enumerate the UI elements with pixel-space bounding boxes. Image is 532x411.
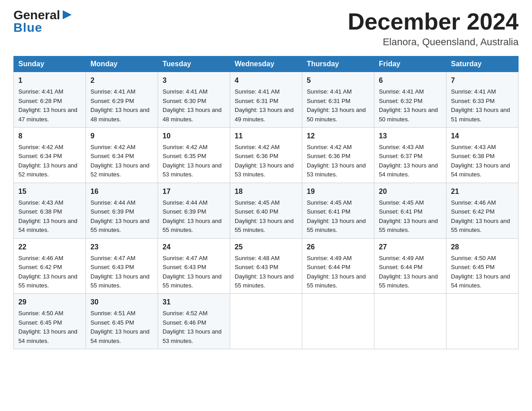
calendar-cell: 31 Sunrise: 4:52 AMSunset: 6:46 PMDaylig… [158, 294, 230, 349]
day-info: Sunrise: 4:43 AMSunset: 6:38 PMDaylight:… [451, 144, 510, 178]
calendar-cell [302, 294, 374, 349]
day-number: 25 [235, 242, 297, 253]
day-info: Sunrise: 4:47 AMSunset: 6:43 PMDaylight:… [163, 255, 222, 289]
week-row-3: 15 Sunrise: 4:43 AMSunset: 6:38 PMDaylig… [14, 183, 519, 238]
calendar-cell: 25 Sunrise: 4:48 AMSunset: 6:43 PMDaylig… [230, 238, 302, 294]
day-info: Sunrise: 4:46 AMSunset: 6:42 PMDaylight:… [18, 255, 77, 289]
day-number: 18 [235, 186, 297, 197]
calendar-cell [230, 294, 302, 349]
day-info: Sunrise: 4:46 AMSunset: 6:42 PMDaylight:… [451, 199, 510, 233]
day-info: Sunrise: 4:50 AMSunset: 6:45 PMDaylight:… [18, 310, 77, 344]
calendar-cell: 6 Sunrise: 4:41 AMSunset: 6:32 PMDayligh… [374, 72, 446, 128]
day-info: Sunrise: 4:44 AMSunset: 6:39 PMDaylight:… [90, 199, 150, 233]
logo-blue: Blue [13, 21, 43, 35]
calendar-cell: 2 Sunrise: 4:41 AMSunset: 6:29 PMDayligh… [86, 72, 158, 128]
day-number: 12 [307, 131, 369, 141]
day-info: Sunrise: 4:43 AMSunset: 6:37 PMDaylight:… [379, 144, 438, 178]
month-title: December 2024 [348, 9, 519, 34]
day-number: 24 [163, 242, 225, 253]
col-header-thursday: Thursday [302, 56, 374, 72]
calendar-cell: 5 Sunrise: 4:41 AMSunset: 6:31 PMDayligh… [302, 72, 374, 128]
svg-marker-0 [63, 10, 72, 19]
day-number: 20 [379, 186, 442, 197]
col-header-saturday: Saturday [446, 56, 519, 72]
week-row-2: 8 Sunrise: 4:42 AMSunset: 6:34 PMDayligh… [14, 128, 519, 183]
day-info: Sunrise: 4:49 AMSunset: 6:44 PMDaylight:… [307, 255, 366, 289]
day-info: Sunrise: 4:41 AMSunset: 6:30 PMDaylight:… [163, 88, 222, 122]
day-info: Sunrise: 4:45 AMSunset: 6:41 PMDaylight:… [307, 199, 366, 233]
day-number: 4 [235, 75, 297, 86]
day-number: 10 [163, 131, 225, 141]
calendar-cell: 21 Sunrise: 4:46 AMSunset: 6:42 PMDaylig… [446, 183, 519, 238]
day-info: Sunrise: 4:41 AMSunset: 6:28 PMDaylight:… [18, 88, 77, 122]
calendar-cell: 16 Sunrise: 4:44 AMSunset: 6:39 PMDaylig… [86, 183, 158, 238]
calendar-cell: 27 Sunrise: 4:49 AMSunset: 6:44 PMDaylig… [374, 238, 446, 294]
day-info: Sunrise: 4:42 AMSunset: 6:35 PMDaylight:… [163, 144, 222, 178]
week-row-4: 22 Sunrise: 4:46 AMSunset: 6:42 PMDaylig… [14, 238, 519, 294]
calendar-cell: 28 Sunrise: 4:50 AMSunset: 6:45 PMDaylig… [446, 238, 519, 294]
day-number: 2 [90, 75, 153, 86]
calendar-table: SundayMondayTuesdayWednesdayThursdayFrid… [13, 56, 519, 349]
day-number: 13 [379, 131, 442, 141]
calendar-cell: 1 Sunrise: 4:41 AMSunset: 6:28 PMDayligh… [14, 72, 86, 128]
calendar-cell: 3 Sunrise: 4:41 AMSunset: 6:30 PMDayligh… [158, 72, 230, 128]
calendar-cell: 10 Sunrise: 4:42 AMSunset: 6:35 PMDaylig… [158, 128, 230, 183]
calendar-cell: 30 Sunrise: 4:51 AMSunset: 6:45 PMDaylig… [86, 294, 158, 349]
day-number: 17 [163, 186, 225, 197]
calendar-cell: 18 Sunrise: 4:45 AMSunset: 6:40 PMDaylig… [230, 183, 302, 238]
page-header: General Blue December 2024 Elanora, Quee… [13, 9, 519, 48]
calendar-cell: 14 Sunrise: 4:43 AMSunset: 6:38 PMDaylig… [446, 128, 519, 183]
day-info: Sunrise: 4:42 AMSunset: 6:36 PMDaylight:… [235, 144, 294, 178]
day-info: Sunrise: 4:44 AMSunset: 6:39 PMDaylight:… [163, 199, 222, 233]
day-info: Sunrise: 4:52 AMSunset: 6:46 PMDaylight:… [163, 310, 222, 344]
day-number: 16 [90, 186, 153, 197]
logo-general: General [13, 9, 60, 21]
day-number: 27 [379, 242, 442, 253]
calendar-cell: 17 Sunrise: 4:44 AMSunset: 6:39 PMDaylig… [158, 183, 230, 238]
calendar-cell: 15 Sunrise: 4:43 AMSunset: 6:38 PMDaylig… [14, 183, 86, 238]
calendar-cell: 22 Sunrise: 4:46 AMSunset: 6:42 PMDaylig… [14, 238, 86, 294]
calendar-cell [446, 294, 519, 349]
day-number: 22 [18, 242, 81, 253]
day-number: 9 [90, 131, 153, 141]
col-header-tuesday: Tuesday [158, 56, 230, 72]
day-info: Sunrise: 4:51 AMSunset: 6:45 PMDaylight:… [90, 310, 150, 344]
day-number: 8 [18, 131, 81, 141]
day-info: Sunrise: 4:43 AMSunset: 6:38 PMDaylight:… [18, 199, 77, 233]
title-block: December 2024 Elanora, Queensland, Austr… [348, 9, 519, 48]
day-info: Sunrise: 4:45 AMSunset: 6:41 PMDaylight:… [379, 199, 438, 233]
week-row-1: 1 Sunrise: 4:41 AMSunset: 6:28 PMDayligh… [14, 72, 519, 128]
day-info: Sunrise: 4:41 AMSunset: 6:29 PMDaylight:… [90, 88, 150, 122]
logo-arrow-icon [61, 9, 73, 21]
day-info: Sunrise: 4:48 AMSunset: 6:43 PMDaylight:… [235, 255, 294, 289]
calendar-cell: 4 Sunrise: 4:41 AMSunset: 6:31 PMDayligh… [230, 72, 302, 128]
col-header-friday: Friday [374, 56, 446, 72]
day-info: Sunrise: 4:41 AMSunset: 6:31 PMDaylight:… [307, 88, 366, 122]
calendar-cell: 23 Sunrise: 4:47 AMSunset: 6:43 PMDaylig… [86, 238, 158, 294]
day-number: 29 [18, 297, 81, 308]
day-info: Sunrise: 4:47 AMSunset: 6:43 PMDaylight:… [90, 255, 150, 289]
calendar-cell: 19 Sunrise: 4:45 AMSunset: 6:41 PMDaylig… [302, 183, 374, 238]
day-number: 11 [235, 131, 297, 141]
day-info: Sunrise: 4:45 AMSunset: 6:40 PMDaylight:… [235, 199, 294, 233]
location: Elanora, Queensland, Australia [348, 36, 519, 48]
calendar-cell: 24 Sunrise: 4:47 AMSunset: 6:43 PMDaylig… [158, 238, 230, 294]
day-number: 5 [307, 75, 369, 86]
day-number: 26 [307, 242, 369, 253]
day-number: 21 [451, 186, 514, 197]
calendar-cell: 13 Sunrise: 4:43 AMSunset: 6:37 PMDaylig… [374, 128, 446, 183]
day-number: 1 [18, 75, 81, 86]
calendar-cell [374, 294, 446, 349]
calendar-cell: 7 Sunrise: 4:41 AMSunset: 6:33 PMDayligh… [446, 72, 519, 128]
col-header-wednesday: Wednesday [230, 56, 302, 72]
col-header-monday: Monday [86, 56, 158, 72]
day-info: Sunrise: 4:42 AMSunset: 6:36 PMDaylight:… [307, 144, 366, 178]
day-number: 6 [379, 75, 442, 86]
day-number: 23 [90, 242, 153, 253]
day-info: Sunrise: 4:49 AMSunset: 6:44 PMDaylight:… [379, 255, 438, 289]
day-number: 15 [18, 186, 81, 197]
calendar-cell: 11 Sunrise: 4:42 AMSunset: 6:36 PMDaylig… [230, 128, 302, 183]
day-info: Sunrise: 4:50 AMSunset: 6:45 PMDaylight:… [451, 255, 510, 289]
day-number: 7 [451, 75, 514, 86]
day-info: Sunrise: 4:41 AMSunset: 6:32 PMDaylight:… [379, 88, 438, 122]
